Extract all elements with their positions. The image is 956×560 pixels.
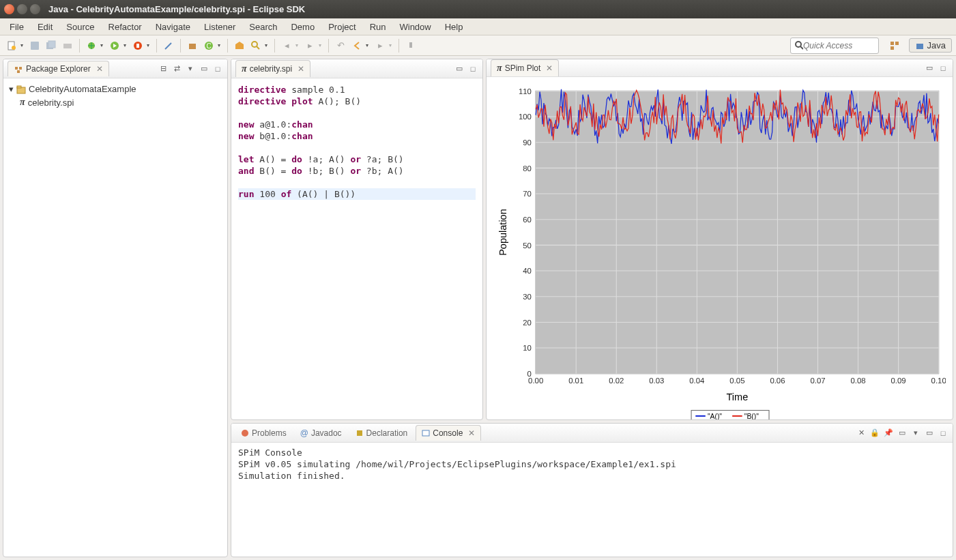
new-class-button[interactable]: C [201,38,216,53]
maximize-icon[interactable]: □ [938,428,948,439]
svg-text:0.01: 0.01 [568,377,583,385]
menu-source[interactable]: Source [59,19,101,35]
open-perspective-button[interactable] [887,38,902,53]
menu-search[interactable]: Search [242,19,284,35]
console-panel: Problems @ Javadoc Declaration Console ✕… [231,423,953,557]
search-button[interactable] [248,38,263,53]
maximize-button[interactable] [30,4,40,14]
menu-help[interactable]: Help [438,19,470,35]
open-type-button[interactable] [232,38,247,53]
scroll-lock-icon[interactable]: 🔒 [869,428,880,439]
package-explorer-panel: Package Explorer ✕ ⊟ ⇄ ▾ ▭ □ ▾ Celebrity… [3,59,228,557]
menu-file[interactable]: File [3,19,31,35]
back-dropdown[interactable]: ▾ [366,42,371,48]
tree-file-row[interactable]: π celebrity.spi [6,95,224,109]
pin-console-icon[interactable]: 📌 [883,428,894,439]
tab-declaration[interactable]: Declaration [350,426,414,441]
minimize-icon[interactable]: ▭ [454,63,465,74]
plot-tab[interactable]: π SPim Plot ✕ [491,59,559,76]
collapse-all-icon[interactable]: ⊟ [158,63,169,74]
x-axis-label: Time [727,392,749,402]
pin-button[interactable] [403,38,418,53]
tab-console[interactable]: Console ✕ [416,425,481,441]
menu-edit[interactable]: Edit [31,19,59,35]
svg-point-77 [242,430,248,437]
plot-tab-label: SPim Plot [505,63,541,73]
open-console-icon[interactable]: ▾ [910,428,921,439]
minimize-icon[interactable]: ▭ [199,63,209,74]
search-dropdown[interactable]: ▾ [265,42,270,48]
svg-text:"B()": "B()" [744,413,759,420]
editor-body[interactable]: directive sample 0.1 directive plot A();… [231,78,482,419]
menu-window[interactable]: Window [392,19,437,35]
quick-access[interactable] [790,38,879,54]
wand-icon[interactable] [161,38,176,53]
ext-tools-dropdown[interactable]: ▾ [147,42,152,48]
debug-dropdown[interactable]: ▾ [100,42,106,48]
svg-text:0.02: 0.02 [609,377,624,385]
package-explorer-tab[interactable]: Package Explorer ✕ [8,61,109,76]
expand-icon[interactable]: ▾ [9,84,14,94]
close-tab-icon[interactable]: ✕ [468,428,475,438]
editor-tab[interactable]: π celebrity.spi ✕ [235,60,310,77]
run-button[interactable] [107,38,122,53]
menu-project[interactable]: Project [321,19,362,35]
menu-demo[interactable]: Demo [284,19,321,35]
plot-panel: π SPim Plot ✕ ▭ □ 0102030405 [486,59,953,420]
menu-navigate[interactable]: Navigate [149,19,197,35]
debug-button[interactable] [84,38,99,53]
maximize-icon[interactable]: □ [938,63,948,74]
tab-javadoc[interactable]: @ Javadoc [295,426,347,441]
forward-button[interactable]: ▸ [373,38,388,53]
close-tab-icon[interactable]: ✕ [298,64,304,74]
java-icon [915,41,925,50]
next-annotation-button[interactable]: ▸ [302,38,317,53]
svg-rect-19 [916,44,923,49]
new-package-button[interactable] [185,38,200,53]
display-console-icon[interactable]: ▭ [897,428,908,439]
new-dropdown[interactable]: ▾ [20,42,26,48]
svg-text:0.05: 0.05 [729,377,744,385]
svg-rect-18 [890,46,894,50]
tree-project-row[interactable]: ▾ CelebrityAutomataExample [6,83,224,95]
maximize-icon[interactable]: □ [467,63,478,74]
close-button[interactable] [4,4,14,14]
maximize-icon[interactable]: □ [212,63,223,74]
package-explorer-title: Package Explorer [26,64,91,74]
window-title: Java - CelebrityAutomataExample/celebrit… [48,4,305,14]
editor-panel: π celebrity.spi ✕ ▭ □ directive sample 0… [231,59,483,420]
menu-run[interactable]: Run [363,19,393,35]
minimize-icon[interactable]: ▭ [924,428,935,439]
back-button[interactable] [349,38,364,53]
svg-text:0.07: 0.07 [810,377,825,385]
save-button[interactable] [27,38,42,53]
minimize-icon[interactable]: ▭ [924,63,935,74]
print-button[interactable] [60,38,75,53]
menu-refactor[interactable]: Refactor [102,19,149,35]
clear-console-icon[interactable]: ✕ [856,428,867,439]
run-dropdown[interactable]: ▾ [124,42,129,48]
svg-rect-21 [19,67,22,70]
quick-access-input[interactable] [803,41,874,50]
close-tab-icon[interactable]: ✕ [96,64,103,74]
view-menu-icon[interactable]: ▾ [185,63,196,74]
last-edit-button[interactable]: ↶ [333,38,348,53]
menu-listener[interactable]: Listener [197,19,242,35]
save-all-button[interactable] [44,38,59,53]
ext-tools-button[interactable] [130,38,145,53]
link-editor-icon[interactable]: ⇄ [171,63,182,74]
plot-body: 0102030405060708090100110 0.000.010.020.… [487,77,953,420]
close-tab-icon[interactable]: ✕ [546,63,553,73]
console-body[interactable]: SPiM Console SPiM v0.05 simulating /home… [231,443,953,557]
svg-text:0.03: 0.03 [649,377,664,385]
svg-rect-2 [31,42,39,50]
tab-problems[interactable]: Problems [235,426,292,441]
svg-point-13 [252,42,257,47]
perspective-java[interactable]: Java [909,38,952,53]
prev-annotation-button[interactable]: ◂ [279,38,294,53]
window-buttons [4,4,40,14]
minimize-button[interactable] [17,4,27,14]
new-class-dropdown[interactable]: ▾ [218,42,223,48]
new-button[interactable] [4,38,19,53]
titlebar: Java - CelebrityAutomataExample/celebrit… [0,0,956,18]
